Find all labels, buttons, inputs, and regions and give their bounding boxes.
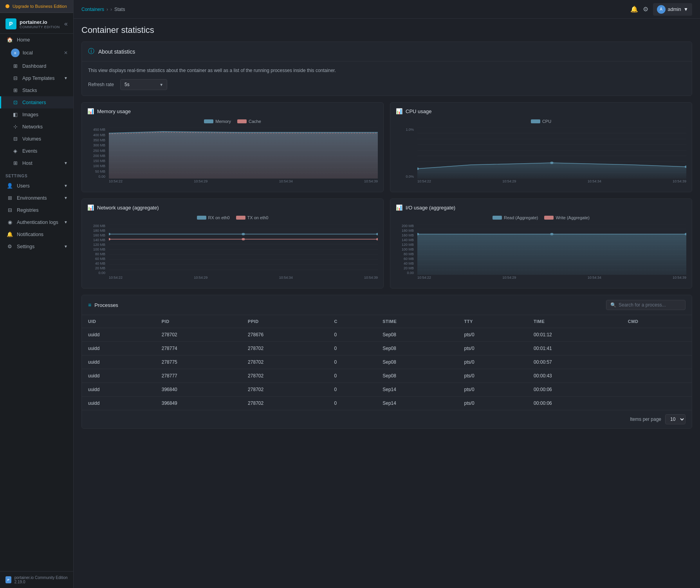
process-search-box[interactable]: 🔍 bbox=[606, 300, 686, 310]
sidebar-auth-logs-label: Authentication logs bbox=[17, 220, 58, 225]
main-content: Containers › › Stats 🔔 ⚙ A admin ▼ Conta… bbox=[74, 0, 700, 588]
sidebar-stacks-label: Stacks bbox=[22, 88, 37, 93]
cell-time: 00:00:06 bbox=[527, 383, 622, 397]
refresh-rate-label: Refresh rate bbox=[88, 82, 114, 87]
sidebar-item-images[interactable]: ◧ Images bbox=[0, 108, 73, 121]
table-header-row: UID PID PPID C STIME TTY TIME CMD bbox=[82, 315, 692, 328]
cell-uid: uuidd bbox=[82, 328, 155, 342]
sidebar-env-local[interactable]: ≡ local ✕ bbox=[0, 46, 73, 60]
table-row: uuidd 278775 278702 0 Sep08 pts/0 00:00:… bbox=[82, 355, 692, 369]
sidebar-item-environments[interactable]: ⊞ Environments ▼ bbox=[0, 192, 73, 204]
cell-cmd bbox=[622, 342, 692, 355]
memory-chart-title: Memory usage bbox=[97, 108, 131, 114]
svg-point-37 bbox=[242, 233, 245, 235]
admin-label: admin bbox=[668, 7, 681, 12]
cell-stime: Sep08 bbox=[376, 355, 458, 369]
svg-point-36 bbox=[109, 233, 110, 235]
images-icon: ◧ bbox=[12, 112, 18, 117]
processes-title: Processes bbox=[94, 302, 118, 308]
about-statistics-description: This view displays real-time statistics … bbox=[88, 67, 686, 74]
cpu-usage-chart: 📊 CPU usage CPU 1.0% 0.0% bbox=[390, 102, 692, 192]
sidebar-item-containers[interactable]: ⊡ Containers bbox=[0, 96, 73, 108]
memory-legend-cache: Cache bbox=[237, 119, 261, 124]
process-search-input[interactable] bbox=[619, 302, 681, 308]
items-per-page-select[interactable]: 10 25 50 bbox=[665, 414, 686, 424]
cell-uid: uuidd bbox=[82, 342, 155, 355]
upgrade-banner[interactable]: Upgrade to Business Edition bbox=[0, 0, 73, 13]
sidebar-item-auth-logs[interactable]: ◉ Authentication logs ▼ bbox=[0, 216, 73, 228]
sidebar-item-settings[interactable]: ⚙ Settings ▼ bbox=[0, 240, 73, 253]
io-legend-read: Read (Aggregate) bbox=[493, 215, 538, 220]
environments-chevron-icon: ▼ bbox=[64, 196, 68, 200]
sidebar-item-host[interactable]: ⊞ Host ▼ bbox=[0, 157, 73, 169]
cell-time: 00:00:57 bbox=[527, 355, 622, 369]
sidebar-users-label: Users bbox=[17, 183, 30, 189]
user-menu-button[interactable]: A admin ▼ bbox=[653, 3, 692, 16]
sidebar-item-networks[interactable]: ⊹ Networks bbox=[0, 121, 73, 133]
sidebar-item-app-templates[interactable]: ⊟ App Templates ▼ bbox=[0, 72, 73, 84]
cell-ppid: 278702 bbox=[242, 342, 328, 355]
events-icon: ◈ bbox=[12, 148, 18, 154]
col-uid: UID bbox=[82, 315, 155, 328]
table-row: uuidd 278702 278676 0 Sep08 pts/0 00:01:… bbox=[82, 328, 692, 342]
sidebar-item-notifications[interactable]: 🔔 Notifications bbox=[0, 228, 73, 240]
io-usage-chart: 📊 I/O usage (aggregate) Read (Aggregate)… bbox=[390, 198, 692, 289]
network-chart-legend: RX on eth0 TX on eth0 bbox=[87, 215, 378, 220]
memory-legend-memory-label: Memory bbox=[215, 119, 231, 124]
page-title: Container statistics bbox=[81, 25, 692, 35]
sidebar-item-home[interactable]: 🏠 Home bbox=[0, 34, 73, 46]
memory-usage-chart: 📊 Memory usage Memory Cache 450 MB40 bbox=[81, 102, 384, 192]
sidebar-images-label: Images bbox=[22, 112, 38, 117]
breadcrumb-containers-link[interactable]: Containers bbox=[81, 7, 104, 12]
sidebar-notifications-label: Notifications bbox=[17, 232, 43, 237]
sidebar-events-label: Events bbox=[22, 148, 37, 154]
cell-tty: pts/0 bbox=[458, 328, 527, 342]
info-icon: ⓘ bbox=[88, 47, 94, 56]
env-icon: ≡ bbox=[11, 49, 20, 57]
sidebar-item-users[interactable]: 👤 Users ▼ bbox=[0, 180, 73, 192]
network-legend-tx: TX on eth0 bbox=[236, 215, 269, 220]
sidebar-item-volumes[interactable]: ⊟ Volumes bbox=[0, 133, 73, 145]
sidebar-environments-label: Environments bbox=[17, 195, 47, 201]
svg-point-39 bbox=[109, 238, 110, 240]
collapse-sidebar-button[interactable]: « bbox=[64, 20, 68, 27]
refresh-rate-select-wrapper: 1s 5s 10s 30s 60s bbox=[120, 79, 167, 90]
logo-main-text: portainer.io bbox=[20, 19, 60, 25]
svg-point-24 bbox=[550, 162, 553, 164]
settings-gear-icon[interactable]: ⚙ bbox=[643, 5, 648, 13]
cell-pid: 278777 bbox=[155, 369, 242, 383]
col-tty: TTY bbox=[458, 315, 527, 328]
sidebar-item-dashboard[interactable]: ⊞ Dashboard bbox=[0, 60, 73, 72]
cell-ppid: 278702 bbox=[242, 383, 328, 397]
cell-time: 00:01:12 bbox=[527, 328, 622, 342]
sidebar-item-stacks[interactable]: ⊞ Stacks bbox=[0, 84, 73, 96]
svg-marker-52 bbox=[417, 234, 686, 275]
cell-tty: pts/0 bbox=[458, 355, 527, 369]
cell-stime: Sep14 bbox=[376, 383, 458, 397]
sidebar-networks-label: Networks bbox=[22, 124, 43, 130]
refresh-rate-select[interactable]: 1s 5s 10s 30s 60s bbox=[120, 79, 167, 90]
upgrade-label: Upgrade to Business Edition bbox=[13, 4, 67, 9]
sidebar: Upgrade to Business Edition P portainer.… bbox=[0, 0, 74, 588]
col-time: TIME bbox=[527, 315, 622, 328]
cell-uid: uuidd bbox=[82, 355, 155, 369]
network-chart-icon: 📊 bbox=[87, 204, 94, 211]
users-icon: 👤 bbox=[7, 183, 13, 189]
cell-cmd bbox=[622, 369, 692, 383]
cell-pid: 396849 bbox=[155, 397, 242, 410]
sidebar-app-templates-label: App Templates bbox=[22, 76, 54, 81]
about-statistics-card: ⓘ About statistics This view displays re… bbox=[81, 41, 692, 96]
io-legend-write-label: Write (Aggregate) bbox=[556, 215, 590, 220]
bell-icon[interactable]: 🔔 bbox=[630, 5, 638, 13]
table-row: uuidd 278777 278702 0 Sep08 pts/0 00:00:… bbox=[82, 369, 692, 383]
cell-c: 0 bbox=[328, 342, 376, 355]
env-close-icon[interactable]: ✕ bbox=[64, 50, 68, 56]
sidebar-item-events[interactable]: ◈ Events bbox=[0, 145, 73, 157]
sidebar-item-registries[interactable]: ⊟ Registries bbox=[0, 204, 73, 216]
auth-logs-icon: ◉ bbox=[7, 219, 13, 225]
io-chart-area: 200 MB180 MB160 MB140 MB 120 MB100 MB80 … bbox=[396, 224, 686, 283]
page-content: Container statistics ⓘ About statistics … bbox=[74, 19, 700, 588]
cell-pid: 278702 bbox=[155, 328, 242, 342]
cell-cmd bbox=[622, 328, 692, 342]
dashboard-icon: ⊞ bbox=[12, 63, 18, 69]
